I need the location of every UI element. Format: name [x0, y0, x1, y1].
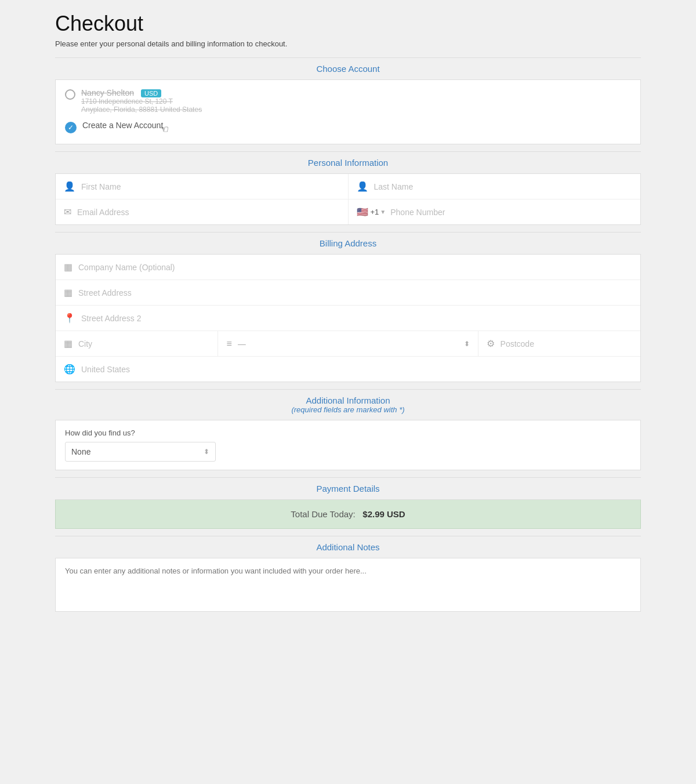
total-due-bar: Total Due Today: $2.99 USD	[55, 500, 641, 529]
postcode-field: ⚙	[478, 331, 640, 356]
company-row: ▦	[56, 255, 640, 280]
select-arrows-icon: ⬍	[464, 340, 470, 348]
additional-notes-header: Additional Notes	[55, 536, 641, 558]
first-name-field: 👤	[56, 174, 349, 199]
street2-input[interactable]	[81, 314, 632, 323]
state-icon: ≡	[226, 339, 231, 349]
country-row: 🌐	[56, 357, 640, 382]
phone-dropdown-arrow[interactable]: ▼	[380, 209, 386, 215]
street1-row: ▦	[56, 280, 640, 306]
email-field: ✉	[56, 199, 349, 224]
how-found-select-wrapper: None Google Social Media Referral Other …	[65, 442, 216, 462]
postcode-icon: ⚙	[487, 338, 495, 349]
usd-badge: USD	[141, 89, 161, 97]
city-icon: ▦	[64, 338, 72, 349]
city-state-row: ▦ ≡ — Alabama Alaska Arizona California …	[56, 331, 640, 357]
city-input[interactable]	[78, 339, 209, 349]
name-row: 👤 👤	[56, 174, 640, 199]
payment-details-header: Payment Details	[55, 477, 641, 500]
last-name-input[interactable]	[374, 182, 633, 191]
additional-info-body: How did you find us? None Google Social …	[55, 420, 641, 470]
city-field: ▦	[56, 331, 218, 356]
existing-account-option[interactable]: Nancy Shelton USD 1710 Independence St, …	[65, 88, 631, 114]
cursor-icon: ☜	[160, 123, 169, 136]
billing-address-fields: ▦ ▦ 📍 ▦	[55, 255, 641, 382]
first-name-input[interactable]	[81, 182, 340, 191]
email-icon: ✉	[64, 206, 71, 217]
notes-body	[55, 558, 641, 612]
account-address-1: 1710 Independence St, 120 T	[81, 97, 202, 106]
country-field: 🌐	[56, 357, 640, 382]
person-icon-2: 👤	[357, 181, 368, 192]
company-field: ▦	[56, 255, 640, 280]
building-icon: ▦	[64, 262, 72, 273]
street2-field: 📍	[56, 306, 640, 331]
phone-prefix: 🇺🇸 +1 ▼	[357, 206, 386, 217]
choose-account-header: Choose Account	[55, 57, 641, 80]
state-select[interactable]: — Alabama Alaska Arizona California Flor…	[238, 339, 462, 349]
phone-field: 🇺🇸 +1 ▼	[349, 199, 641, 224]
building-icon-2: ▦	[64, 287, 72, 298]
us-flag-icon: 🇺🇸	[357, 206, 368, 217]
how-found-arrows-icon: ⬍	[204, 448, 209, 456]
country-input[interactable]	[81, 365, 632, 374]
existing-account-radio[interactable]	[65, 89, 75, 100]
email-input[interactable]	[77, 208, 340, 217]
how-found-select[interactable]: None Google Social Media Referral Other	[71, 447, 204, 456]
create-new-account-option[interactable]: ✓ Create a New Account ☜	[65, 121, 631, 136]
additional-info-header: Additional Information (required fields …	[55, 389, 641, 420]
create-account-checkbox[interactable]: ✓	[65, 122, 77, 133]
person-icon: 👤	[64, 181, 75, 192]
total-amount: $2.99 USD	[362, 509, 405, 519]
account-name: Nancy Shelton	[81, 88, 134, 97]
globe-icon: 🌐	[64, 364, 75, 375]
notes-textarea[interactable]	[65, 567, 631, 601]
page-title: Checkout	[55, 12, 641, 36]
street2-row: 📍	[56, 306, 640, 331]
create-new-label: Create a New Account	[82, 121, 163, 130]
postcode-input[interactable]	[501, 339, 632, 349]
account-address-2: Anyplace, Florida, 88881 United States	[81, 106, 202, 114]
last-name-field: 👤	[349, 174, 641, 199]
choose-account-body: Nancy Shelton USD 1710 Independence St, …	[55, 80, 641, 144]
personal-info-fields: 👤 👤 ✉ 🇺🇸 +1 ▼	[55, 174, 641, 225]
company-input[interactable]	[78, 263, 632, 272]
street1-input[interactable]	[78, 288, 632, 297]
personal-info-header: Personal Information	[55, 151, 641, 174]
how-found-label: How did you find us?	[65, 429, 631, 437]
billing-address-header: Billing Address	[55, 232, 641, 255]
phone-input[interactable]	[390, 208, 632, 217]
state-field: ≡ — Alabama Alaska Arizona California Fl…	[218, 331, 478, 356]
street1-field: ▦	[56, 280, 640, 305]
page-subtitle: Please enter your personal details and b…	[55, 39, 641, 48]
pin-icon: 📍	[64, 313, 75, 324]
total-label: Total Due Today:	[291, 509, 355, 519]
contact-row: ✉ 🇺🇸 +1 ▼	[56, 199, 640, 224]
